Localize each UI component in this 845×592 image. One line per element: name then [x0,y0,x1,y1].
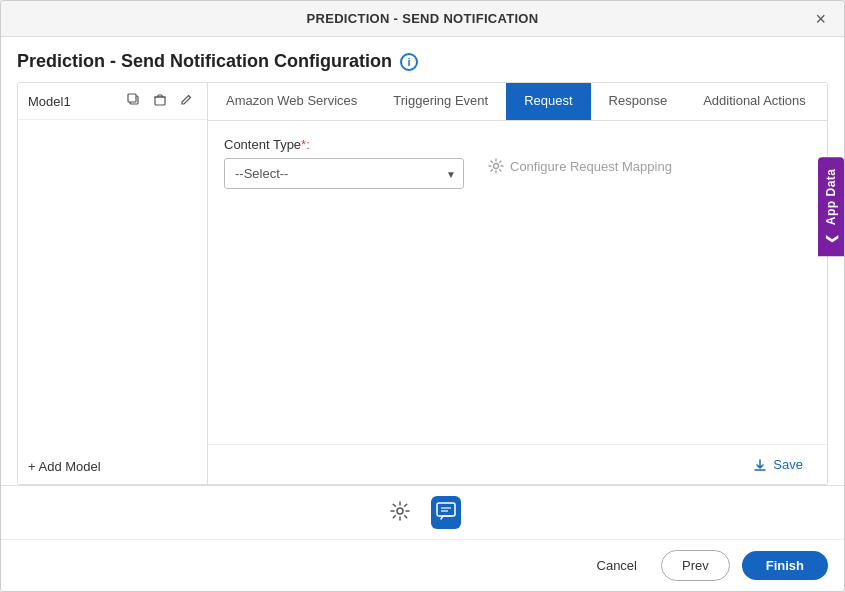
delete-model-button[interactable] [149,91,171,111]
modal-title: PREDICTION - SEND NOTIFICATION [307,11,539,26]
tab-response[interactable]: Response [591,83,686,120]
tab-content-request: Content Type*: --Select-- ▼ [208,121,827,444]
configure-request-mapping-label: Configure Request Mapping [510,159,672,174]
app-data-chevron: ❮ [824,234,838,245]
tab-additional-actions[interactable]: Additional Actions [685,83,824,120]
chat-icon [435,500,457,522]
modal-container: PREDICTION - SEND NOTIFICATION × Predict… [0,0,845,592]
required-marker: *: [301,137,310,152]
content-area: Model1 [17,82,828,485]
save-button[interactable]: Save [745,453,811,476]
page-title: Prediction - Send Notification Configura… [17,51,392,72]
content-type-label: Content Type*: [224,137,811,152]
footer-icons [1,486,844,540]
info-icon[interactable]: i [400,53,418,71]
page-title-bar: Prediction - Send Notification Configura… [1,37,844,82]
model-sidebar: Model1 [18,83,208,484]
add-model-button[interactable]: + Add Model [18,449,207,484]
add-model-label: + Add Model [28,459,101,474]
chat-icon-button[interactable] [431,496,461,529]
gear-icon [488,158,504,174]
content-type-row: --Select-- ▼ Configure Request Mapping [224,158,811,189]
copy-model-button[interactable] [123,91,145,111]
footer-actions: Cancel Prev Finish [1,540,844,591]
modal-body: Prediction - Send Notification Configura… [1,37,844,485]
content-type-select-wrapper: --Select-- ▼ [224,158,464,189]
model-item: Model1 [18,83,207,120]
app-data-tab[interactable]: ❮ App Data [818,157,844,256]
svg-point-7 [494,164,499,169]
app-data-label: App Data [824,169,838,226]
tab-amazon-web-services[interactable]: Amazon Web Services [208,83,375,120]
prev-button[interactable]: Prev [661,550,730,581]
svg-rect-1 [128,94,136,102]
save-bar: Save [208,444,827,484]
settings-icon [389,500,411,522]
modal-header: PREDICTION - SEND NOTIFICATION × [1,1,844,37]
right-panel: Amazon Web Services Triggering Event Req… [208,83,827,484]
svg-rect-10 [437,503,455,516]
edit-model-button[interactable] [175,91,197,111]
svg-point-9 [397,508,403,514]
close-button[interactable]: × [809,8,832,30]
configure-request-mapping-link[interactable]: Configure Request Mapping [488,158,672,174]
tab-triggering-event[interactable]: Triggering Event [375,83,506,120]
svg-rect-2 [155,97,165,105]
modal-footer: Cancel Prev Finish [1,485,844,591]
save-icon [753,458,767,472]
tabs-bar: Amazon Web Services Triggering Event Req… [208,83,827,121]
settings-icon-button[interactable] [385,496,415,529]
content-type-select[interactable]: --Select-- [224,158,464,189]
finish-button[interactable]: Finish [742,551,828,580]
tab-request[interactable]: Request [506,83,590,120]
save-label: Save [773,457,803,472]
model-item-label: Model1 [28,94,119,109]
cancel-button[interactable]: Cancel [585,552,649,579]
